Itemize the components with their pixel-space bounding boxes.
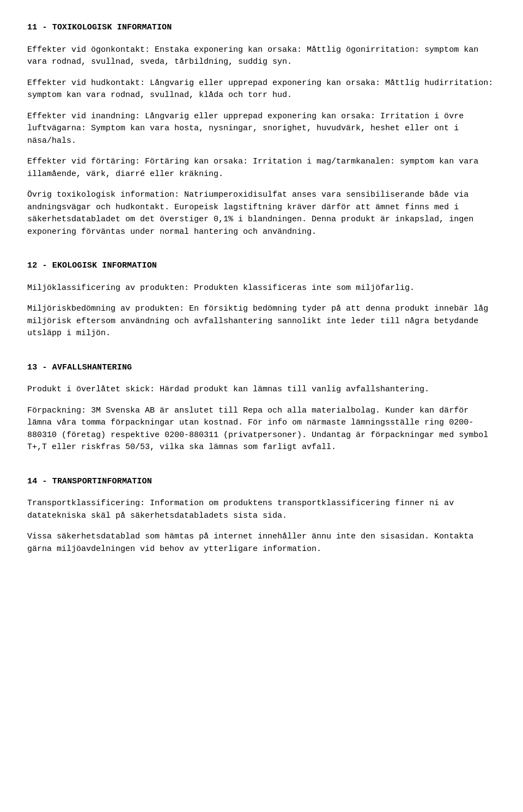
- section-13-para-1: Produkt i överlåtet skick: Härdad produk…: [27, 384, 496, 396]
- section-12: 12 - EKOLOGISK INFORMATION Miljöklassifi…: [27, 260, 496, 340]
- section-12-para-2: Miljöriskbedömning av produkten: En förs…: [27, 303, 496, 340]
- section-11-para-3: Effekter vid inandning: Långvarig eller …: [27, 111, 496, 148]
- section-11-para-2: Effekter vid hudkontakt: Långvarig eller…: [27, 77, 496, 102]
- section-13: 13 - AVFALLSHANTERING Produkt i överlåte…: [27, 362, 496, 454]
- section-11-para-5: Övrig toxikologisk information: Natriump…: [27, 189, 496, 238]
- section-13-title: 13 - AVFALLSHANTERING: [27, 362, 496, 374]
- section-11-para-4: Effekter vid förtäring: Förtäring kan or…: [27, 156, 496, 180]
- section-11-para-1: Effekter vid ögonkontakt: Enstaka expone…: [27, 44, 496, 69]
- section-14-title: 14 - TRANSPORTINFORMATION: [27, 476, 496, 488]
- section-11-title: 11 - TOXIKOLOGISK INFORMATION: [27, 22, 496, 34]
- section-12-title: 12 - EKOLOGISK INFORMATION: [27, 260, 496, 272]
- section-14-para-1: Transportklassificering: Information om …: [27, 498, 496, 522]
- section-11: 11 - TOXIKOLOGISK INFORMATION Effekter v…: [27, 22, 496, 238]
- section-13-para-2: Förpackning: 3M Svenska AB är anslutet t…: [27, 405, 496, 454]
- document-content: 11 - TOXIKOLOGISK INFORMATION Effekter v…: [27, 22, 496, 555]
- section-14: 14 - TRANSPORTINFORMATION Transportklass…: [27, 476, 496, 556]
- section-14-para-2: Vissa säkerhetsdatablad som hämtas på in…: [27, 531, 496, 555]
- section-12-para-1: Miljöklassificering av produkten: Produk…: [27, 282, 496, 295]
